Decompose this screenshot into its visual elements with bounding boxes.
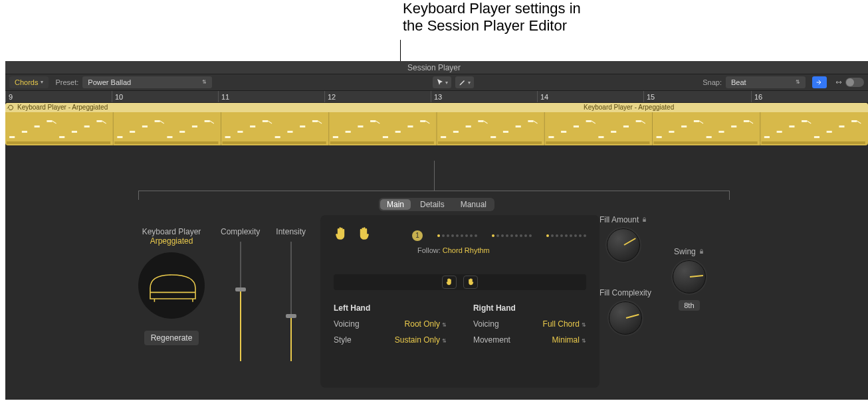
swing-division-button[interactable]: 8th [679,300,699,311]
svg-rect-8 [96,120,102,122]
svg-rect-41 [490,136,496,138]
mini-left-hand-button[interactable] [442,276,457,289]
updown-icon: ⇅ [202,76,207,88]
svg-rect-33 [395,131,401,133]
fill-amount-label: Fill Amount [599,215,639,224]
bar-ruler[interactable]: 910111213141516 [5,91,868,103]
tab-main[interactable]: Main [380,199,411,210]
complexity-slider[interactable] [234,242,247,361]
session-player-region[interactable]: Keyboard Player - Arpeggiated Keyboard P… [5,103,868,145]
complexity-slider-block: Complexity [221,227,260,361]
annotation-text: Keyboard Player settings in the Session … [403,0,581,35]
lock-icon[interactable] [699,247,705,256]
svg-rect-40 [478,120,483,122]
svg-rect-59 [706,136,712,138]
svg-rect-22 [263,120,268,122]
rh-voicing-label: Voicing [473,319,499,329]
player-picker-button[interactable] [138,252,205,319]
svg-rect-13 [155,120,160,122]
pencil-tool-button[interactable]: ▾ [455,76,474,88]
svg-rect-68 [814,136,819,138]
rh-voicing-select[interactable]: Full Chord⇅ [543,319,586,329]
tab-manual[interactable]: Manual [453,198,494,211]
bar-marker: 11 [218,91,229,102]
hand-preview-bar [334,274,586,290]
svg-rect-12 [142,125,148,127]
right-hand-icon[interactable] [356,226,371,245]
svg-rect-24 [287,131,292,133]
region-name-2: Keyboard Player - Arpeggiated [584,103,674,112]
svg-rect-42 [503,131,508,133]
swing-knob[interactable] [673,260,706,293]
svg-rect-28 [333,136,338,138]
preset-select[interactable]: Power Ballad ⇅ [82,76,212,88]
regenerate-button[interactable]: Regenerate [144,331,199,345]
svg-rect-58 [694,120,699,122]
svg-rect-39 [466,125,471,127]
keyboard-player-block: Keyboard Player Arpeggiated Regenerate [138,227,205,345]
fill-complexity-knob[interactable] [609,301,642,335]
follow-value: Chord Rhythm [443,246,490,254]
svg-rect-52 [623,125,629,127]
bar-marker: 14 [537,91,548,102]
editor-toolbar: Chords ▾ Preset: Power Ballad ⇅ ▾ ▾ Snap… [5,74,868,91]
lock-icon[interactable] [641,215,647,224]
updown-icon: ⇅ [796,76,800,88]
bar-marker: 12 [324,91,336,102]
svg-rect-53 [636,120,641,122]
svg-rect-51 [611,131,616,133]
variation-badge[interactable]: 1 [412,230,423,241]
svg-rect-15 [179,131,185,133]
svg-rect-23 [275,136,280,138]
chord-track-button[interactable]: Chords ▾ [9,76,49,88]
catch-playhead-button[interactable] [812,76,827,88]
lh-style-select[interactable]: Sustain Only⇅ [395,335,447,345]
swing-label: Swing [674,247,696,256]
pointer-tool-button[interactable]: ▾ [433,76,451,88]
svg-rect-4 [47,120,52,122]
svg-rect-66 [789,125,794,127]
svg-rect-14 [167,136,172,138]
region-name-1: Keyboard Player - Arpeggiated [17,103,108,112]
left-hand-title: Left Hand [334,303,447,313]
lh-voicing-select[interactable]: Root Only⇅ [405,319,447,329]
variation-strip-b[interactable] [492,234,532,237]
snap-select[interactable]: Beat ⇅ [726,76,806,88]
svg-rect-5 [59,136,64,138]
preset-label: Preset: [55,78,78,86]
svg-rect-1 [9,136,15,138]
variation-strip-c[interactable] [546,234,586,237]
svg-rect-31 [370,120,376,122]
intensity-slider[interactable] [284,242,298,361]
fill-complexity-block: Fill Complexity [599,288,651,339]
complexity-label: Complexity [221,227,260,236]
variation-strip-a[interactable] [437,234,477,237]
auto-zoom-toggle[interactable] [845,78,864,87]
svg-rect-50 [598,136,603,138]
svg-rect-61 [731,125,736,127]
follow-setting[interactable]: Follow: Chord Rhythm [417,246,586,254]
svg-rect-54 [654,141,758,144]
svg-rect-43 [516,125,521,127]
piano-icon [145,266,198,305]
svg-rect-17 [205,120,210,122]
svg-rect-69 [827,131,832,133]
svg-rect-2 [22,131,27,133]
right-hand-column: Right Hand Voicing Full Chord⇅ Movement … [473,303,586,351]
tab-details[interactable]: Details [412,198,453,211]
intensity-label: Intensity [276,227,306,236]
bar-marker: 9 [5,91,13,102]
rh-movement-select[interactable]: Minimal⇅ [552,335,586,345]
left-hand-icon[interactable] [334,226,348,245]
mini-right-hand-button[interactable] [463,276,478,289]
svg-rect-55 [657,136,662,138]
region-header: Keyboard Player - Arpeggiated Keyboard P… [5,103,868,112]
loop-icon [7,104,15,112]
svg-rect-57 [681,125,687,127]
keyboard-player-mode[interactable]: Arpeggiated [138,236,205,246]
svg-rect-49 [586,120,592,122]
fill-amount-knob[interactable] [607,228,640,262]
svg-rect-56 [669,131,674,133]
svg-rect-27 [330,141,434,144]
svg-rect-62 [744,120,749,122]
